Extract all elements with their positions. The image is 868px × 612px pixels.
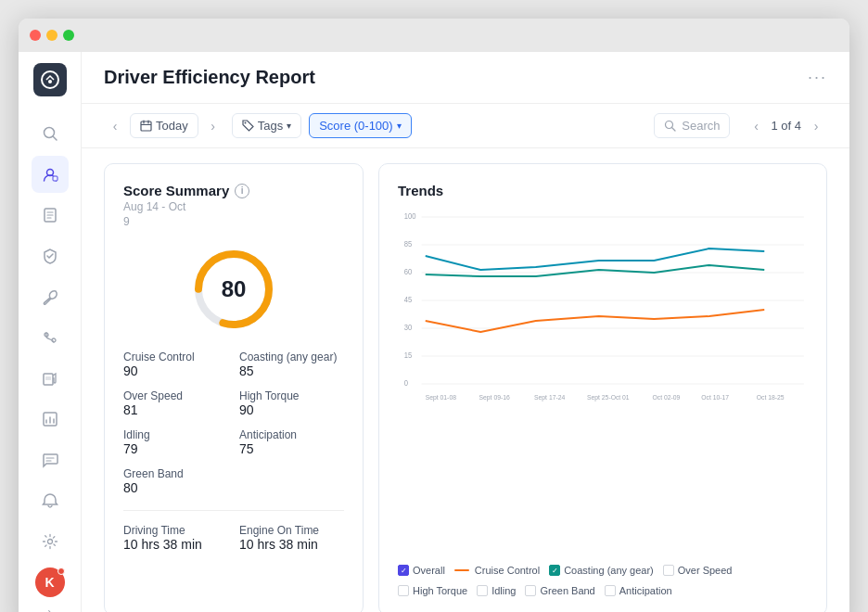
search-bar[interactable]: Search bbox=[654, 113, 730, 138]
tags-button[interactable]: Tags ▾ bbox=[232, 113, 301, 138]
svg-rect-21 bbox=[141, 121, 151, 131]
svg-text:15: 15 bbox=[404, 350, 413, 360]
metric-coasting: Coasting (any gear) 85 bbox=[239, 351, 344, 378]
svg-point-20 bbox=[47, 540, 52, 544]
svg-text:45: 45 bbox=[404, 294, 413, 304]
legend-green-band[interactable]: Green Band bbox=[525, 585, 594, 596]
svg-line-27 bbox=[672, 128, 676, 132]
legend-cruise-control[interactable]: Cruise Control bbox=[454, 565, 540, 576]
app-logo bbox=[33, 63, 67, 96]
sidebar: K › bbox=[19, 52, 82, 612]
date-nav: ‹ Today › bbox=[104, 113, 224, 138]
metric-over-speed: Over Speed 81 bbox=[123, 389, 228, 417]
score-donut-chart: 80 bbox=[123, 243, 344, 336]
legend-idling[interactable]: Idling bbox=[477, 585, 516, 596]
app-window: K › Driver Efficiency Report ··· ‹ bbox=[19, 19, 849, 612]
legend-over-speed[interactable]: Over Speed bbox=[663, 565, 733, 576]
legend-coasting[interactable]: ✓ Coasting (any gear) bbox=[549, 565, 654, 576]
tag-icon bbox=[242, 120, 254, 132]
sidebar-item-settings[interactable] bbox=[32, 523, 69, 560]
svg-text:Oct 10-17: Oct 10-17 bbox=[701, 392, 729, 402]
svg-text:85: 85 bbox=[404, 238, 413, 249]
more-options-button[interactable]: ··· bbox=[808, 68, 827, 87]
metric-idling: Idling 79 bbox=[123, 428, 228, 456]
metrics-grid: Cruise Control 90 Coasting (any gear) 85… bbox=[123, 351, 344, 495]
svg-point-25 bbox=[244, 122, 246, 124]
metric-anticipation: Anticipation 75 bbox=[239, 428, 344, 456]
notification-dot bbox=[57, 567, 65, 575]
metric-green-band: Green Band 80 bbox=[123, 467, 228, 495]
title-bar bbox=[19, 19, 849, 52]
svg-text:Oct 18-25: Oct 18-25 bbox=[757, 392, 785, 402]
anticipation-checkbox[interactable] bbox=[605, 585, 616, 596]
idling-checkbox[interactable] bbox=[477, 585, 488, 596]
main-content: Driver Efficiency Report ··· ‹ Today bbox=[82, 52, 849, 612]
toolbar: ‹ Today › bbox=[82, 104, 849, 148]
svg-text:100: 100 bbox=[404, 210, 416, 221]
score-date-range: Aug 14 - Oct bbox=[123, 200, 344, 213]
svg-text:30: 30 bbox=[404, 322, 413, 332]
sidebar-item-alerts[interactable] bbox=[32, 482, 69, 519]
next-date-button[interactable]: › bbox=[202, 115, 224, 137]
score-date-end: 9 bbox=[123, 215, 344, 228]
chart-legend: ✓ Overall Cruise Control ✓ Coasting (any… bbox=[398, 565, 808, 596]
score-filter-button[interactable]: Score (0-100) ▾ bbox=[309, 113, 411, 138]
info-icon[interactable]: i bbox=[235, 184, 249, 198]
sidebar-item-fuel[interactable] bbox=[32, 360, 69, 397]
sidebar-item-reports[interactable] bbox=[32, 401, 69, 438]
page-title: Driver Efficiency Report bbox=[104, 67, 315, 88]
sidebar-item-messages[interactable] bbox=[32, 441, 69, 478]
svg-text:Sept 25-Oct 01: Sept 25-Oct 01 bbox=[587, 392, 630, 402]
overall-checkbox[interactable]: ✓ bbox=[398, 565, 409, 576]
svg-rect-5 bbox=[53, 176, 57, 181]
legend-overall[interactable]: ✓ Overall bbox=[398, 565, 445, 576]
sidebar-item-routes[interactable] bbox=[32, 319, 69, 356]
svg-text:Sept 09-16: Sept 09-16 bbox=[479, 392, 510, 402]
legend-high-torque[interactable]: High Torque bbox=[398, 585, 467, 596]
coasting-checkbox[interactable]: ✓ bbox=[549, 565, 560, 576]
sidebar-item-documents[interactable] bbox=[32, 197, 69, 234]
svg-text:0: 0 bbox=[404, 377, 409, 388]
chart-svg: 100 85 60 45 30 15 0 bbox=[398, 210, 808, 404]
svg-text:Sept 01-08: Sept 01-08 bbox=[426, 392, 456, 402]
sidebar-expand-button[interactable]: › bbox=[47, 605, 52, 612]
score-value: 80 bbox=[222, 276, 247, 302]
sidebar-item-wrench[interactable] bbox=[32, 278, 69, 315]
score-chevron: ▾ bbox=[397, 121, 402, 131]
over-speed-checkbox[interactable] bbox=[663, 565, 674, 576]
high-torque-checkbox[interactable] bbox=[398, 585, 409, 596]
sidebar-item-drivers[interactable] bbox=[32, 156, 69, 193]
legend-anticipation[interactable]: Anticipation bbox=[605, 585, 672, 596]
pagination: ‹ 1 of 4 › bbox=[745, 115, 827, 137]
close-dot[interactable] bbox=[30, 30, 41, 41]
score-summary-title: Score Summary i bbox=[123, 183, 344, 198]
sidebar-item-shield[interactable] bbox=[32, 237, 69, 274]
score-summary-panel: Score Summary i Aug 14 - Oct 9 bbox=[104, 163, 364, 612]
cruise-control-line bbox=[454, 569, 469, 571]
tags-chevron: ▾ bbox=[287, 121, 291, 131]
trends-panel: Trends 100 85 60 45 30 15 0 bbox=[378, 163, 827, 612]
today-button[interactable]: Today bbox=[130, 113, 198, 138]
svg-rect-13 bbox=[45, 376, 51, 380]
metric-high-torque: High Torque 90 bbox=[239, 389, 344, 417]
svg-line-3 bbox=[53, 136, 57, 140]
green-band-checkbox[interactable] bbox=[525, 585, 536, 596]
sidebar-item-search[interactable] bbox=[32, 115, 69, 152]
maximize-dot[interactable] bbox=[63, 30, 74, 41]
trends-chart: 100 85 60 45 30 15 0 bbox=[398, 210, 808, 554]
prev-date-button[interactable]: ‹ bbox=[104, 115, 126, 137]
search-icon bbox=[664, 120, 676, 132]
page-prev-button[interactable]: ‹ bbox=[745, 115, 767, 137]
page-header: Driver Efficiency Report ··· bbox=[82, 52, 849, 104]
trends-title: Trends bbox=[398, 183, 808, 198]
minimize-dot[interactable] bbox=[46, 30, 57, 41]
svg-text:Sept 17-24: Sept 17-24 bbox=[534, 392, 565, 402]
driving-time-metric: Driving Time 10 hrs 38 min bbox=[123, 524, 228, 552]
metrics-footer: Driving Time 10 hrs 38 min Engine On Tim… bbox=[123, 510, 344, 552]
engine-on-time-metric: Engine On Time 10 hrs 38 min bbox=[239, 524, 344, 552]
svg-point-1 bbox=[48, 80, 52, 83]
user-avatar[interactable]: K bbox=[35, 567, 65, 597]
content-area: Score Summary i Aug 14 - Oct 9 bbox=[82, 148, 849, 612]
page-next-button[interactable]: › bbox=[805, 115, 827, 137]
calendar-icon bbox=[140, 120, 152, 132]
